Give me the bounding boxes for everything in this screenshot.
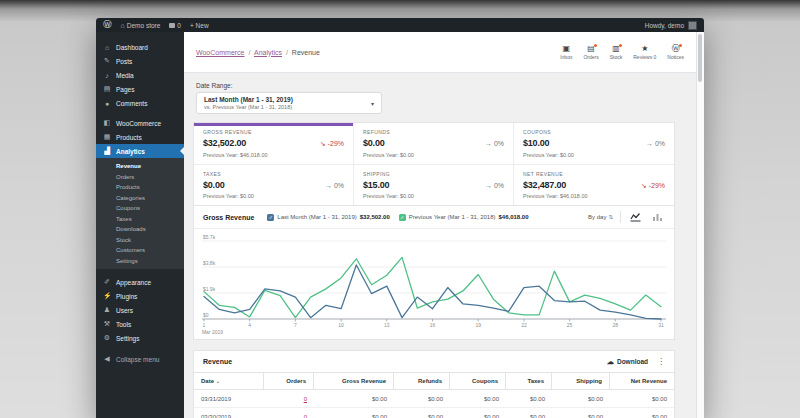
card-taxes[interactable]: TAXES $0.00 → 0% Previous Year: $0.00: [194, 165, 354, 206]
download-button[interactable]: ☁ Download: [607, 358, 648, 365]
user-avatar[interactable]: [688, 21, 697, 30]
sidebar-subitem-products[interactable]: Products: [96, 182, 184, 193]
column-header-shipping[interactable]: Shipping: [552, 373, 610, 390]
sort-caret-icon: ⌄: [216, 378, 220, 384]
line-chart-button[interactable]: [628, 211, 643, 223]
svg-text:4: 4: [248, 322, 251, 328]
breadcrumb: WooCommerce / Analytics / Revenue: [196, 49, 320, 56]
sidebar-item-settings[interactable]: ⚙ Settings: [96, 331, 184, 345]
chevron-down-icon: ▾: [371, 100, 374, 107]
breadcrumb-link-woocommerce[interactable]: WooCommerce: [196, 49, 245, 56]
sidebar-item-comments[interactable]: ● Comments: [96, 96, 184, 110]
sidebar-subitem-stock[interactable]: Stock: [96, 235, 184, 246]
table-cell: $0.00: [394, 390, 450, 408]
svg-text:28: 28: [613, 322, 619, 328]
table-header: Revenue ☁ Download ⋮: [194, 351, 674, 373]
column-header-taxes[interactable]: Taxes: [506, 373, 552, 390]
sidebar-item-plugins[interactable]: ⚡ Plugins: [96, 289, 184, 303]
column-header-date[interactable]: Date ⌄: [194, 373, 264, 390]
stock-button[interactable]: ▥ Stock: [610, 45, 623, 60]
unread-badge: [679, 44, 682, 47]
kebab-menu-icon[interactable]: ⋮: [657, 357, 665, 366]
column-header-refunds[interactable]: Refunds: [394, 373, 450, 390]
tools-icon: ⚒: [103, 320, 111, 328]
svg-text:$1.9k: $1.9k: [203, 286, 216, 292]
new-menu[interactable]: + New: [190, 22, 209, 29]
column-header-coupons[interactable]: Coupons: [450, 373, 506, 390]
card-refunds[interactable]: REFUNDS $0.00 → 0% Previous Year: $0.00: [354, 123, 514, 165]
sidebar-subitem-taxes[interactable]: Taxes: [96, 214, 184, 225]
wordpress-logo-icon[interactable]: Ⓦ: [103, 19, 112, 31]
scrollbar[interactable]: [696, 32, 704, 418]
card-gross-revenue[interactable]: GROSS REVENUE $32,502.00 ↘ -29% Previous…: [194, 123, 354, 165]
legend-last-month[interactable]: ✓ Last Month (Mar 1 - 31, 2019) $32,502.…: [267, 214, 389, 221]
card-value: $32,502.00: [203, 138, 246, 148]
interval-select[interactable]: By day ⇅: [588, 214, 613, 220]
orders-button[interactable]: ▤ Orders: [583, 45, 598, 60]
column-header-orders[interactable]: Orders: [264, 373, 314, 390]
sidebar-item-posts[interactable]: ✎ Posts: [96, 54, 184, 68]
svg-text:31: 31: [658, 322, 664, 328]
chart-area[interactable]: $0$1.9k$3.8k$5.7k1471013161922252831Mar …: [194, 229, 674, 339]
table-cell: $0.00: [314, 390, 394, 408]
svg-text:13: 13: [384, 322, 390, 328]
sidebar-item-tools[interactable]: ⚒ Tools: [96, 317, 184, 331]
svg-text:16: 16: [430, 322, 436, 328]
sidebar-item-pages[interactable]: ▤ Pages: [96, 82, 184, 96]
sidebar-item-woocommerce[interactable]: ◧ WooCommerce: [96, 116, 184, 130]
table-cell: $0.00: [552, 408, 610, 418]
sidebar-item-label: Media: [116, 72, 134, 79]
comments-menu[interactable]: 0: [169, 22, 181, 29]
analytics-header-bar: WooCommerce / Analytics / Revenue ▣ Inbo…: [184, 32, 704, 73]
main-content: WooCommerce / Analytics / Revenue ▣ Inbo…: [184, 32, 704, 418]
table-cell: $0.00: [450, 390, 506, 408]
column-header-net-revenue[interactable]: Net Revenue: [610, 373, 674, 390]
orders-count-link[interactable]: 0: [304, 414, 307, 418]
summary-cards: GROSS REVENUE $32,502.00 ↘ -29% Previous…: [193, 122, 675, 206]
breadcrumb-link-analytics[interactable]: Analytics: [254, 49, 282, 56]
card-previous: Previous Year: $0.00: [203, 193, 344, 199]
site-name-menu[interactable]: ⌂ Demo store: [121, 22, 161, 29]
browser-window: Ⓦ ⌂ Demo store 0 + New Howdy, demo: [96, 18, 704, 418]
sidebar-item-media[interactable]: ♪ Media: [96, 68, 184, 82]
date-range-dropdown[interactable]: Last Month (Mar 1 - 31, 2019) vs. Previo…: [196, 92, 382, 114]
legend-previous-year[interactable]: ✓ Previous Year (Mar 1 - 31, 2018) $46,0…: [399, 214, 529, 221]
table-cell: $0.00: [394, 408, 450, 418]
collapse-menu-button[interactable]: ◀ Collapse menu: [96, 352, 184, 366]
notices-button[interactable]: Ⓦ Notices: [667, 45, 684, 60]
sidebar-subitem-settings[interactable]: Settings: [96, 256, 184, 267]
bar-chart-button[interactable]: [650, 211, 665, 223]
sidebar-subitem-revenue[interactable]: Revenue: [96, 161, 184, 172]
inbox-button[interactable]: ▣ Inbox: [560, 45, 572, 60]
products-icon: ▦: [103, 133, 111, 141]
card-net-revenue[interactable]: NET REVENUE $32,487.00 ↘ -29% Previous Y…: [514, 165, 674, 206]
reviews-button[interactable]: ★ Reviews 0: [633, 45, 656, 60]
table-cell-orders: 0: [264, 390, 314, 408]
comments-icon: ●: [103, 100, 111, 107]
card-shipping[interactable]: SHIPPING $15.00 → 0% Previous Year: $0.0…: [354, 165, 514, 206]
sidebar-subitem-orders[interactable]: Orders: [96, 172, 184, 183]
legend-value: $32,502.00: [360, 214, 390, 220]
revenue-line-chart[interactable]: $0$1.9k$3.8k$5.7k1471013161922252831Mar …: [200, 233, 668, 337]
sidebar-subitem-customers[interactable]: Customers: [96, 245, 184, 256]
sidebar-item-label: WooCommerce: [116, 120, 161, 127]
date-range-compare: vs. Previous Year (Mar 1 - 31, 2018): [204, 104, 293, 110]
sidebar-subitem-coupons[interactable]: Coupons: [96, 203, 184, 214]
column-header-gross-revenue[interactable]: Gross Revenue: [314, 373, 394, 390]
sidebar-item-products[interactable]: ▦ Products: [96, 130, 184, 144]
sidebar-item-dashboard[interactable]: ⌂ Dashboard: [96, 40, 184, 54]
card-coupons[interactable]: COUPONS $10.00 → 0% Previous Year: $0.00: [514, 123, 674, 165]
plugins-icon: ⚡: [103, 292, 111, 300]
howdy-label[interactable]: Howdy, demo: [645, 22, 684, 29]
sidebar-item-analytics[interactable]: ▟ Analytics: [96, 144, 184, 158]
orders-count-link[interactable]: 0: [304, 396, 307, 402]
sidebar-subitem-categories[interactable]: Categories: [96, 193, 184, 204]
stock-icon: ▥: [612, 45, 620, 53]
scrollbar-thumb[interactable]: [698, 34, 702, 82]
table-cell: $0.00: [610, 408, 674, 418]
sidebar-subitem-downloads[interactable]: Downloads: [96, 224, 184, 235]
sidebar-item-users[interactable]: ♟ Users: [96, 303, 184, 317]
trend-down-icon: ↘: [320, 140, 326, 147]
date-range-label: Date Range:: [196, 82, 704, 89]
sidebar-item-appearance[interactable]: ✐ Appearance: [96, 275, 184, 289]
